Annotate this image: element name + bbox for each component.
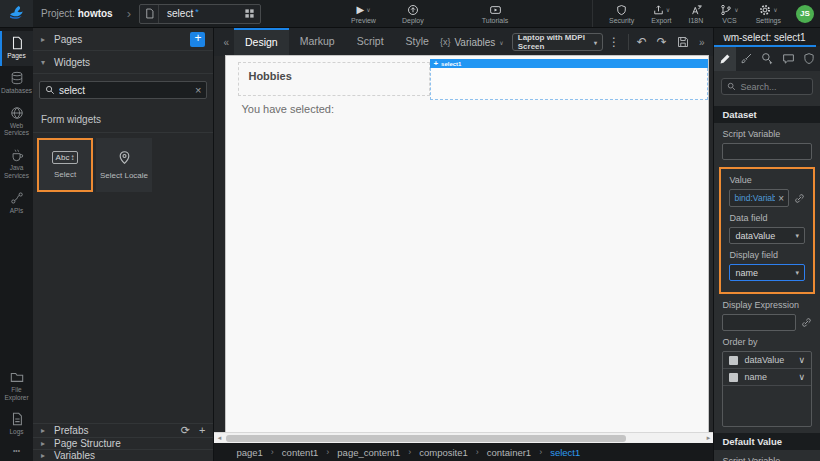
breadcrumb-item-composite1[interactable]: composite1: [419, 447, 468, 458]
properties-panel-tabs: [714, 46, 820, 71]
pages-section-header[interactable]: ▸ Pages +: [33, 28, 213, 51]
save-icon[interactable]: [672, 36, 694, 48]
prefabs-section-header[interactable]: ▸ Prefabs ⟳ +: [33, 424, 213, 438]
widget-selection-bar[interactable]: + select1: [430, 59, 708, 68]
wavemaker-logo[interactable]: [0, 0, 33, 27]
rail-item-java-services[interactable]: Java Services: [0, 143, 33, 186]
display-expression-label: Display Expression: [722, 300, 812, 310]
rail-item-pages[interactable]: Pages: [0, 31, 33, 66]
clear-search-icon[interactable]: ×: [195, 84, 201, 96]
widgets-section-header[interactable]: ▾ Widgets: [33, 51, 213, 74]
tab-messages[interactable]: [778, 46, 799, 71]
cursor-select-icon: [761, 52, 774, 65]
widget-tile-select[interactable]: Abc↕ Select: [37, 138, 93, 192]
breadcrumb-item-page-content1[interactable]: page_content1: [337, 447, 400, 458]
rail-item-file-explorer[interactable]: File Explorer: [0, 365, 33, 408]
i18n-button[interactable]: I18N: [685, 0, 708, 27]
breadcrumb-separator-icon: ›: [476, 447, 479, 457]
hobbies-label-widget[interactable]: Hobbies: [238, 62, 430, 96]
brush-icon: [740, 52, 753, 65]
rail-item-apis[interactable]: APIs: [0, 186, 33, 221]
order-by-option-datavalue[interactable]: dataValue ∨: [723, 352, 811, 369]
rail-item-databases[interactable]: Databases: [0, 66, 33, 101]
bind-link-icon[interactable]: [794, 193, 805, 204]
display-expression-input[interactable]: [722, 314, 796, 331]
property-search-box: [721, 78, 813, 95]
scroll-right-icon[interactable]: ►: [705, 435, 711, 441]
play-icon: ▶: [356, 4, 364, 15]
preview-button[interactable]: ▶∨ Preview: [347, 0, 380, 27]
device-selector[interactable]: Laptop with MDPI Screen ▾: [512, 33, 603, 51]
more-options-icon[interactable]: ⋮: [603, 36, 625, 48]
properties-panel: wm-select: select1: [714, 28, 820, 461]
clear-binding-icon[interactable]: ×: [778, 193, 784, 204]
widget-breadcrumb: page1 › content1 › page_content1 › compo…: [214, 443, 713, 461]
breadcrumb-item-page1[interactable]: page1: [236, 447, 262, 458]
checkbox-icon[interactable]: [729, 356, 738, 365]
you-have-selected-label[interactable]: You have selected:: [241, 103, 334, 115]
select-widget-body[interactable]: [430, 68, 708, 100]
scrollbar-thumb[interactable]: [226, 435, 626, 442]
deploy-button[interactable]: Deploy: [398, 0, 428, 27]
tab-events[interactable]: [757, 46, 778, 71]
open-page-tab[interactable]: select *: [139, 4, 261, 24]
breadcrumb-item-container1[interactable]: container1: [487, 447, 531, 458]
variables-button[interactable]: {x} Variables ∨: [440, 37, 504, 48]
property-search-input[interactable]: [740, 82, 807, 92]
value-field: Value bind:Variables.dataValues.dataSet …: [724, 169, 810, 207]
scroll-left-icon[interactable]: ◄: [216, 435, 222, 441]
page-structure-section-header[interactable]: ▸ Page Structure: [33, 438, 213, 450]
settings-button[interactable]: ∨ Settings: [752, 0, 785, 27]
rail-item-web-services[interactable]: Web Services: [0, 101, 33, 144]
display-field-label: Display field: [729, 250, 805, 260]
page-canvas[interactable]: Hobbies + select1 You have selected:: [226, 56, 708, 432]
checkbox-icon[interactable]: [729, 373, 738, 382]
chevron-down-icon[interactable]: ∨: [798, 372, 805, 382]
add-prefab-icon[interactable]: +: [199, 424, 205, 437]
grid-view-icon[interactable]: [244, 8, 255, 19]
tab-design[interactable]: Design: [234, 28, 289, 56]
security-button[interactable]: Security: [605, 0, 638, 27]
collapse-right-panel-icon[interactable]: »: [694, 37, 710, 48]
breadcrumb-item-content1[interactable]: content1: [282, 447, 318, 458]
data-field-select[interactable]: dataValue ▾: [729, 227, 805, 244]
selected-select-widget[interactable]: + select1: [430, 59, 708, 100]
tab-style[interactable]: Style: [395, 28, 440, 56]
widget-search-input[interactable]: [59, 85, 191, 96]
tab-markup[interactable]: Markup: [289, 28, 346, 56]
page-tab-label: select: [167, 8, 193, 19]
order-by-option-name[interactable]: name ∨: [723, 369, 811, 386]
bind-link-icon[interactable]: [801, 317, 812, 328]
display-field-select[interactable]: name ▾: [729, 264, 805, 281]
redo-icon[interactable]: ↷: [652, 36, 672, 48]
chevron-down-icon[interactable]: ∨: [798, 355, 805, 365]
collapse-left-panel-icon[interactable]: «: [218, 37, 234, 48]
user-avatar[interactable]: JS: [796, 5, 814, 23]
tab-security[interactable]: [799, 46, 820, 71]
breadcrumb-separator-icon: ›: [326, 447, 329, 457]
vcs-button[interactable]: ∨ VCS: [716, 0, 742, 27]
breadcrumb-item-select1[interactable]: select1: [550, 447, 580, 458]
widget-tile-select-locale[interactable]: Select Locale: [96, 138, 152, 192]
coffee-cup-icon: [10, 148, 24, 162]
chevron-down-icon: ∨: [499, 39, 503, 46]
refresh-icon[interactable]: ⟳: [181, 424, 190, 437]
variables-section-header[interactable]: ▸ Variables: [33, 450, 213, 461]
default-script-variable-field: Script Variable: [714, 450, 820, 461]
rail-item-more[interactable]: •••: [0, 442, 33, 461]
tab-script[interactable]: Script: [346, 28, 395, 56]
chevron-right-icon: ▸: [41, 451, 48, 460]
properties-panel-title: wm-select: select1: [714, 28, 820, 46]
shield-icon: [616, 4, 627, 16]
tab-styles[interactable]: [736, 46, 757, 71]
canvas-horizontal-scrollbar[interactable]: ◄ ►: [214, 432, 713, 443]
tab-properties[interactable]: [714, 46, 735, 71]
rail-item-logs[interactable]: Logs: [0, 407, 33, 442]
tutorials-button[interactable]: Tutorials: [478, 0, 513, 27]
value-binding-input[interactable]: bind:Variables.dataValues.dataSet ×: [729, 189, 789, 207]
chevron-right-icon: ▸: [41, 426, 48, 435]
add-page-button[interactable]: +: [190, 32, 205, 47]
undo-icon[interactable]: ↶: [632, 36, 652, 48]
script-variable-input[interactable]: [722, 143, 812, 160]
export-button[interactable]: ∨ Export: [647, 0, 675, 27]
